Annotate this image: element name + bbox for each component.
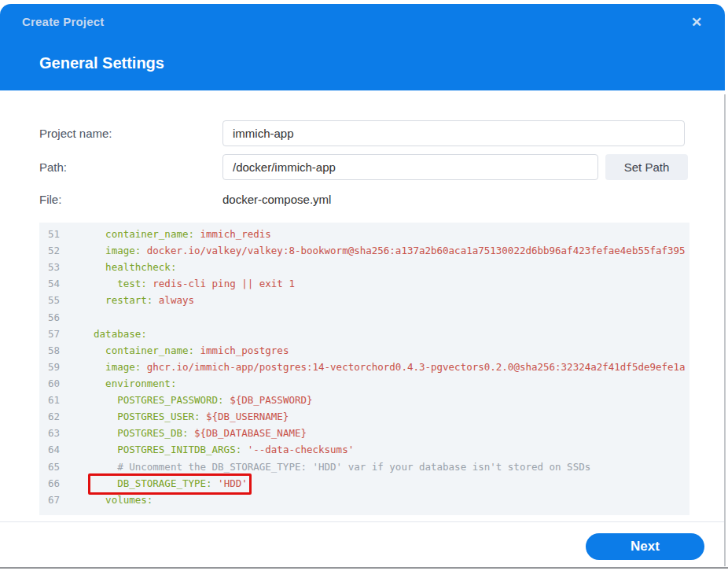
code-text: POSTGRES_PASSWORD: ${DB_PASSWORD} (60, 392, 313, 408)
code-line: 64 POSTGRES_INITDB_ARGS: '--data-checksu… (39, 441, 689, 458)
code-text: healthcheck: (60, 259, 176, 275)
code-text: container_name: immich_redis (60, 226, 271, 242)
dialog-bottom-border (0, 567, 728, 569)
line-number: 61 (39, 392, 60, 408)
code-text: environment: (60, 375, 176, 392)
code-text: image: ghcr.io/immich-app/postgres:14-ve… (60, 359, 686, 375)
code-line: 53 healthcheck: (39, 259, 689, 275)
dialog-header: Create Project ✕ General Settings (0, 4, 725, 90)
path-label: Path: (39, 160, 67, 174)
code-text: image: docker.io/valkey/valkey:8-bookwor… (60, 242, 686, 259)
code-line: 60 environment: (39, 375, 689, 392)
file-label: File: (39, 193, 61, 206)
code-text: DB_STORAGE_TYPE: 'HDD' (60, 475, 248, 492)
line-number: 62 (39, 408, 60, 425)
code-text: POSTGRES_INITDB_ARGS: '--data-checksums' (60, 441, 354, 458)
code-line: 57 database: (39, 326, 689, 342)
code-line: 54 test: redis-cli ping || exit 1 (39, 275, 689, 292)
line-number: 65 (39, 459, 60, 475)
line-number: 56 (39, 309, 60, 326)
yaml-code-editor[interactable]: 51 container_name: immich_redis52 image:… (39, 223, 689, 515)
code-line: 58 container_name: immich_postgres (39, 342, 689, 359)
line-number: 51 (39, 226, 60, 242)
code-text: container_name: immich_postgres (60, 342, 289, 359)
dialog-right-border (724, 94, 726, 566)
line-number: 63 (39, 425, 60, 441)
file-value: docker-compose.yml (222, 193, 331, 206)
code-text: POSTGRES_USER: ${DB_USERNAME} (60, 408, 289, 425)
code-line: 51 container_name: immich_redis (39, 226, 689, 242)
path-input[interactable] (222, 154, 598, 180)
code-text: restart: always (60, 292, 194, 308)
line-number: 60 (39, 375, 60, 392)
line-number: 54 (39, 275, 60, 292)
footer-divider (0, 521, 724, 522)
set-path-button[interactable]: Set Path (605, 154, 688, 180)
code-line: 56 (39, 309, 689, 326)
code-line: 67 volumes: (39, 492, 689, 508)
line-number: 64 (39, 441, 60, 458)
code-line: 65 # Uncomment the DB_STORAGE_TYPE: 'HDD… (39, 459, 689, 475)
code-text (60, 309, 82, 326)
code-text: volumes: (60, 492, 153, 508)
line-number: 53 (39, 259, 60, 275)
code-text: test: redis-cli ping || exit 1 (60, 275, 295, 292)
line-number: 55 (39, 292, 60, 308)
line-number: 58 (39, 342, 60, 359)
code-line: 61 POSTGRES_PASSWORD: ${DB_PASSWORD} (39, 392, 689, 408)
line-number: 66 (39, 475, 60, 492)
code-line: 62 POSTGRES_USER: ${DB_USERNAME} (39, 408, 689, 425)
code-text: database: (60, 326, 147, 342)
next-button[interactable]: Next (586, 533, 704, 560)
line-number: 57 (39, 326, 60, 342)
close-icon[interactable]: ✕ (687, 13, 706, 32)
section-title: General Settings (39, 54, 164, 72)
dialog-title: Create Project (22, 15, 105, 28)
code-line: 59 image: ghcr.io/immich-app/postgres:14… (39, 359, 689, 375)
code-line: 66 DB_STORAGE_TYPE: 'HDD' (39, 475, 689, 492)
code-line: 63 POSTGRES_DB: ${DB_DATABASE_NAME} (39, 425, 689, 441)
line-number: 52 (39, 242, 60, 259)
code-text: # Uncomment the DB_STORAGE_TYPE: 'HDD' v… (60, 459, 590, 475)
line-number: 67 (39, 492, 60, 508)
create-project-dialog: Create Project ✕ General Settings Projec… (0, 0, 728, 571)
project-name-input[interactable] (222, 120, 685, 146)
code-line: 52 image: docker.io/valkey/valkey:8-book… (39, 242, 689, 259)
code-line: 55 restart: always (39, 292, 689, 308)
code-text: POSTGRES_DB: ${DB_DATABASE_NAME} (60, 425, 307, 441)
line-number: 59 (39, 359, 60, 375)
project-name-label: Project name: (39, 127, 112, 140)
